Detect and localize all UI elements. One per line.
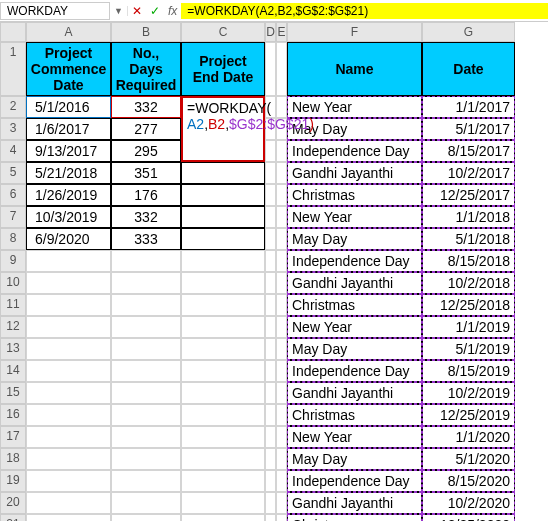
cell-g[interactable]: 5/1/2019 — [422, 338, 515, 360]
row-header[interactable]: 5 — [0, 162, 26, 184]
row-header[interactable]: 20 — [0, 492, 26, 514]
cell-g[interactable]: 1/1/2017 — [422, 96, 515, 118]
cell[interactable] — [181, 338, 265, 360]
cell[interactable] — [181, 250, 265, 272]
col-header[interactable]: D — [265, 22, 276, 42]
name-box-dropdown-icon[interactable]: ▼ — [110, 6, 128, 16]
cell[interactable] — [276, 250, 287, 272]
row-header[interactable]: 15 — [0, 382, 26, 404]
col-header[interactable]: E — [276, 22, 287, 42]
cell[interactable] — [265, 338, 276, 360]
row-header[interactable]: 6 — [0, 184, 26, 206]
cell-f[interactable]: Independence Day — [287, 360, 422, 382]
cell-b[interactable]: 351 — [111, 162, 181, 184]
row-header[interactable]: 8 — [0, 228, 26, 250]
cell[interactable] — [111, 360, 181, 382]
name-box[interactable]: WORKDAY — [0, 2, 110, 20]
cell-c[interactable] — [181, 162, 265, 184]
cell[interactable] — [265, 382, 276, 404]
cell[interactable] — [26, 426, 111, 448]
cell-g[interactable]: 8/15/2018 — [422, 250, 515, 272]
header-name[interactable]: Name — [287, 42, 422, 96]
cell-b[interactable]: 333 — [111, 228, 181, 250]
cell[interactable] — [26, 250, 111, 272]
cell[interactable] — [265, 492, 276, 514]
cell-f[interactable]: New Year — [287, 206, 422, 228]
cell[interactable] — [181, 448, 265, 470]
cell[interactable] — [265, 206, 276, 228]
cell[interactable] — [265, 316, 276, 338]
cell-g[interactable]: 12/25/2018 — [422, 294, 515, 316]
cell[interactable] — [276, 42, 287, 96]
cell-b[interactable]: 277 — [111, 118, 181, 140]
cell[interactable] — [26, 492, 111, 514]
row-header[interactable]: 11 — [0, 294, 26, 316]
cell[interactable] — [26, 404, 111, 426]
cell[interactable] — [26, 448, 111, 470]
row-header[interactable]: 3 — [0, 118, 26, 140]
cell[interactable] — [276, 360, 287, 382]
cell-b[interactable]: 176 — [111, 184, 181, 206]
cell[interactable] — [276, 228, 287, 250]
cell[interactable] — [265, 228, 276, 250]
row-header[interactable]: 17 — [0, 426, 26, 448]
cell-f[interactable]: New Year — [287, 96, 422, 118]
cell-g[interactable]: 12/25/2019 — [422, 404, 515, 426]
cell[interactable] — [265, 426, 276, 448]
cell-b2[interactable]: 332 — [111, 96, 181, 118]
cell[interactable] — [181, 316, 265, 338]
header-days-required[interactable]: No., Days Required — [111, 42, 181, 96]
cell[interactable] — [181, 426, 265, 448]
cell[interactable] — [276, 426, 287, 448]
row-header[interactable]: 9 — [0, 250, 26, 272]
row-header[interactable]: 13 — [0, 338, 26, 360]
cell-f[interactable]: New Year — [287, 426, 422, 448]
cell[interactable] — [111, 514, 181, 521]
header-date[interactable]: Date — [422, 42, 515, 96]
header-end-date[interactable]: Project End Date — [181, 42, 265, 96]
cell-c[interactable] — [181, 206, 265, 228]
cell-a[interactable]: 10/3/2019 — [26, 206, 111, 228]
enter-icon[interactable]: ✓ — [146, 4, 164, 18]
cell[interactable] — [111, 426, 181, 448]
cell[interactable] — [276, 294, 287, 316]
cell[interactable] — [111, 294, 181, 316]
cell[interactable] — [111, 272, 181, 294]
cancel-icon[interactable]: ✕ — [128, 4, 146, 18]
cell-f[interactable]: Gandhi Jayanthi — [287, 162, 422, 184]
cell[interactable] — [111, 338, 181, 360]
cell[interactable] — [181, 294, 265, 316]
cell-g[interactable]: 1/1/2018 — [422, 206, 515, 228]
row-header[interactable]: 4 — [0, 140, 26, 162]
cell[interactable] — [26, 316, 111, 338]
cell-f[interactable]: Christmas — [287, 294, 422, 316]
row-header[interactable]: 7 — [0, 206, 26, 228]
cell-a[interactable]: 1/6/2017 — [26, 118, 111, 140]
cell[interactable] — [276, 448, 287, 470]
cell-f[interactable]: Christmas — [287, 184, 422, 206]
cell-f[interactable]: New Year — [287, 316, 422, 338]
cell[interactable] — [276, 162, 287, 184]
cell-b[interactable]: 332 — [111, 206, 181, 228]
cell-g[interactable]: 12/25/2020 — [422, 514, 515, 521]
cell-g[interactable]: 5/1/2017 — [422, 118, 515, 140]
cell[interactable] — [276, 382, 287, 404]
row-header[interactable]: 19 — [0, 470, 26, 492]
cell[interactable] — [265, 250, 276, 272]
cell-g[interactable]: 10/2/2019 — [422, 382, 515, 404]
cell[interactable] — [26, 338, 111, 360]
cell[interactable] — [265, 514, 276, 521]
cell-g[interactable]: 10/2/2017 — [422, 162, 515, 184]
row-header[interactable]: 16 — [0, 404, 26, 426]
cell[interactable] — [265, 470, 276, 492]
cell-g[interactable]: 1/1/2020 — [422, 426, 515, 448]
cell[interactable] — [111, 316, 181, 338]
col-header[interactable]: G — [422, 22, 515, 42]
col-header[interactable]: B — [111, 22, 181, 42]
cell[interactable] — [276, 206, 287, 228]
cell[interactable] — [181, 382, 265, 404]
cell[interactable] — [265, 272, 276, 294]
row-header[interactable]: 12 — [0, 316, 26, 338]
cell-f[interactable]: Independence Day — [287, 470, 422, 492]
cell[interactable] — [276, 184, 287, 206]
